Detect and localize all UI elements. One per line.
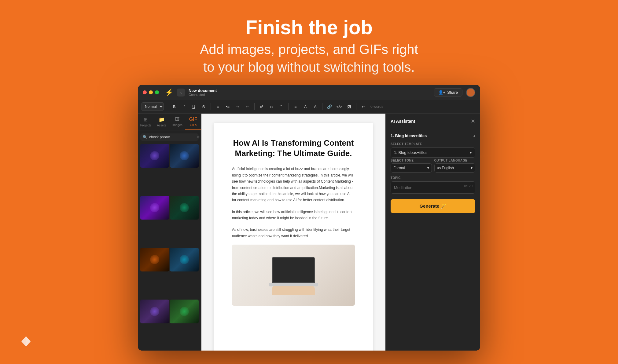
document-info: New document Connected [189,88,217,96]
underline-button[interactable]: U [190,103,198,111]
tab-gifs[interactable]: GIF GIFs [185,114,201,130]
unordered-list-button[interactable]: •≡ [224,103,232,111]
superscript-button[interactable]: x² [258,103,266,111]
ai-section-title: 1. Blog ideas+titles [391,133,427,138]
editor-area[interactable]: How AI Is Transforming Content Marketing… [201,114,385,351]
gif-grid [138,144,201,351]
ordered-list-button[interactable]: ≡ [214,103,222,111]
close-button[interactable] [143,90,147,94]
bottom-logo [18,334,34,352]
document-content: How AI Is Transforming Content Marketing… [214,123,373,351]
chevron-down-icon [470,150,472,155]
projects-icon: ⊞ [144,117,148,122]
separator-3 [254,103,255,110]
indent-button[interactable]: ⇥ [234,103,241,111]
undo-button[interactable]: ↩ [359,103,367,111]
format-select[interactable]: Normal [142,102,164,111]
back-button[interactable]: ‹ [177,89,185,96]
toolbar: Normal B I U S ≡ •≡ ⇥ ⇤ x² x₂ " ≡ A A̲ 🔗… [138,100,480,114]
subscript-button[interactable]: x₂ [267,103,275,111]
paragraph-2: In this article, we will see how artific… [232,209,355,221]
hero-title: Finish the job [200,17,418,38]
text-color-button[interactable]: A [301,103,309,111]
code-button[interactable]: </> [335,103,343,111]
gifs-icon: GIF [189,117,197,122]
outdent-button[interactable]: ⇤ [243,103,251,111]
ai-panel-header: AI Assistant ✕ [386,114,480,129]
document-heading: How AI Is Transforming Content Marketing… [232,138,355,159]
gif-item[interactable] [140,248,169,271]
main-area: ⊞ Projects 📁 Assets 🖼 Images GIF GIFs 🔍 [138,114,480,351]
bold-button[interactable]: B [170,103,178,111]
template-select[interactable]: 1. Blog ideas+titles [391,147,475,158]
ai-close-button[interactable]: ✕ [471,118,475,125]
laptop-illustration [266,257,321,293]
paragraph-3: As of now, businesses are still struggli… [232,227,355,239]
tab-assets[interactable]: 📁 Assets [154,114,170,130]
panel-tabs: ⊞ Projects 📁 Assets 🖼 Images GIF GIFs [138,114,201,130]
topic-box: 0/120 [391,181,475,194]
language-label: OUTPUT LANGUAGE [434,159,476,162]
gif-item[interactable] [140,144,169,168]
images-label: Images [172,123,182,127]
text-highlight-button[interactable]: A̲ [311,103,319,111]
maximize-button[interactable] [155,90,159,94]
title-bar: ⚡ ‹ New document Connected 👤+ Share [138,85,480,100]
tone-language-row: Formal us English [391,163,475,173]
gif-item[interactable] [170,196,199,220]
paragraph-1: Artificial Intelligence is creating a lo… [232,166,355,203]
tab-images[interactable]: 🖼 Images [170,114,186,130]
italic-button[interactable]: I [180,103,188,111]
separator-6 [356,103,356,110]
chevron-down-icon [427,166,429,170]
search-bar: 🔍 ✕ [140,133,199,141]
share-button[interactable]: 👤+ Share [434,88,462,96]
align-left-button[interactable]: ≡ [292,103,300,111]
strikethrough-button[interactable]: S [200,103,208,111]
ai-panel: AI Assistant ✕ 1. Blog ideas+titles SELE… [385,114,480,351]
left-panel: ⊞ Projects 📁 Assets 🖼 Images GIF GIFs 🔍 [138,114,201,351]
separator-2 [211,103,211,110]
gif-item[interactable] [140,300,169,323]
document-title: New document [189,88,217,93]
template-label: SELECT TEMPLATE [391,142,475,146]
tab-projects[interactable]: ⊞ Projects [138,114,154,130]
section-chevron-icon[interactable] [473,133,475,138]
assets-label: Assets [157,124,166,127]
document-image [232,245,355,306]
gifs-label: GIFs [190,123,197,127]
hands-illustration [272,286,315,295]
hero-subtitle: Add images, projects, and GIFs right to … [200,41,418,75]
clear-search-button[interactable]: ✕ [197,135,200,139]
share-icon: 👤+ [438,90,446,95]
app-logo: ⚡ [165,89,173,96]
separator-4 [288,103,289,110]
traffic-lights [143,90,159,94]
generate-button[interactable]: Generate 🪄 [391,199,475,213]
language-select[interactable]: us English [434,163,476,173]
tone-label: SELECT TONE [391,159,432,162]
topic-input[interactable] [394,185,472,190]
assets-icon: 📁 [159,117,165,122]
gif-item[interactable] [170,248,199,271]
image-button[interactable]: 🖼 [345,103,353,111]
tone-select[interactable]: Formal [391,163,432,173]
ai-panel-body: 1. Blog ideas+titles SELECT TEMPLATE 1. … [386,129,480,351]
separator-5 [322,103,322,110]
avatar [466,88,475,97]
hero-section: Finish the job Add images, projects, and… [200,17,418,76]
quote-button[interactable]: " [277,103,285,111]
gif-item[interactable] [170,300,199,323]
ai-section-header: 1. Blog ideas+titles [391,133,475,138]
gif-item[interactable] [170,144,199,168]
word-count: 0 words [370,104,383,109]
ai-panel-title: AI Assistant [391,119,415,124]
link-button[interactable]: 🔗 [326,103,333,111]
search-input[interactable] [149,135,195,139]
images-icon: 🖼 [175,117,180,122]
minimize-button[interactable] [149,90,153,94]
gif-item[interactable] [140,196,169,220]
search-icon: 🔍 [143,135,147,139]
separator-1 [167,103,167,110]
laptop-screen [272,257,315,283]
